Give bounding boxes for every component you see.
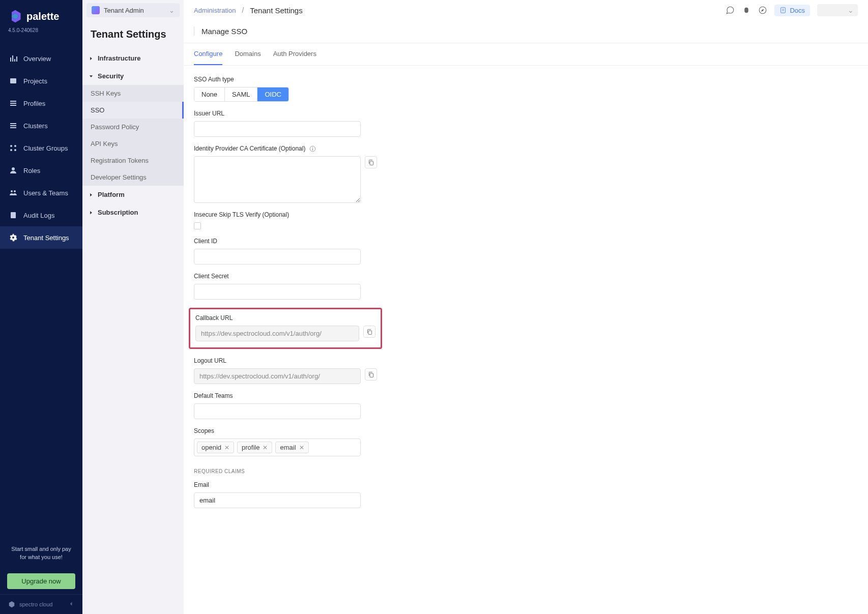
tab-configure[interactable]: Configure [194, 43, 222, 65]
info-icon[interactable] [309, 145, 316, 152]
field-default-teams: Default Teams [194, 392, 858, 419]
nav-label: Audit Logs [23, 212, 54, 219]
section-subscription[interactable]: Subscription [82, 203, 184, 221]
svg-point-1 [10, 145, 12, 147]
email-input[interactable] [194, 492, 361, 508]
svg-rect-12 [370, 161, 373, 165]
copy-icon [366, 329, 373, 335]
tenant-selector[interactable]: Tenant Admin ⌄ [86, 3, 180, 17]
nav-clusters[interactable]: Clusters [0, 114, 82, 137]
form-area: SSO Auth type None SAML OIDC Issuer URL … [184, 66, 868, 614]
section-security[interactable]: Security [82, 67, 184, 85]
field-email: Email [194, 481, 858, 508]
ca-cert-textarea[interactable] [194, 156, 361, 203]
remove-tag-icon[interactable]: ✕ [263, 444, 268, 451]
scopes-input[interactable]: openid✕ profile✕ email✕ [194, 438, 361, 456]
footer-brand: spectro cloud [0, 594, 82, 614]
tab-auth-providers[interactable]: Auth Providers [273, 43, 316, 65]
ca-cert-label: Identity Provider CA Certificate (Option… [194, 145, 858, 152]
remove-tag-icon[interactable]: ✕ [299, 444, 304, 451]
promo-banner: Start small and only pay for what you us… [0, 538, 82, 568]
copy-callback-button[interactable] [363, 326, 375, 338]
copy-ca-cert-button[interactable] [365, 156, 377, 168]
footer-text: spectro cloud [19, 601, 52, 607]
copy-icon [368, 159, 374, 166]
nav-profiles[interactable]: Profiles [0, 92, 82, 114]
client-secret-input[interactable] [194, 284, 361, 300]
default-teams-input[interactable] [194, 403, 361, 419]
nav-label: Cluster Groups [23, 144, 68, 152]
nav-label: Clusters [23, 122, 48, 130]
tab-domains[interactable]: Domains [235, 43, 261, 65]
audit-icon [9, 211, 17, 219]
auth-type-saml[interactable]: SAML [225, 87, 257, 101]
scope-tag: email✕ [275, 442, 308, 453]
collapse-sidebar-icon[interactable] [68, 601, 74, 608]
remove-tag-icon[interactable]: ✕ [224, 444, 229, 451]
subitem-developer-settings[interactable]: Developer Settings [82, 169, 184, 186]
brand-logo: palette [0, 0, 82, 27]
subitem-api-keys[interactable]: API Keys [82, 135, 184, 152]
nav-audit-logs[interactable]: Audit Logs [0, 204, 82, 226]
spectro-icon [8, 601, 15, 608]
field-logout-url: Logout URL [194, 357, 858, 384]
nav-overview[interactable]: Overview [0, 47, 82, 70]
nav-projects[interactable]: Projects [0, 70, 82, 92]
users-icon [9, 189, 17, 197]
copy-icon [368, 371, 374, 378]
nav-users-teams[interactable]: Users & Teams [0, 182, 82, 204]
section-label: Platform [98, 191, 125, 198]
client-id-input[interactable] [194, 249, 361, 265]
insecure-skip-label: Insecure Skip TLS Verify (Optional) [194, 211, 858, 218]
nav-label: Overview [23, 55, 51, 63]
chevron-right-icon [89, 192, 94, 197]
nav-label: Projects [23, 77, 47, 85]
gear-icon [9, 233, 17, 242]
compass-icon[interactable] [758, 6, 767, 15]
svg-rect-0 [10, 78, 16, 83]
section-infrastructure[interactable]: Infrastructure [82, 49, 184, 67]
settings-title: Tenant Settings [82, 20, 184, 49]
auth-type-oidc[interactable]: OIDC [257, 87, 288, 101]
issuer-url-input[interactable] [194, 121, 361, 137]
chevron-right-icon [89, 56, 94, 61]
copy-logout-button[interactable] [365, 368, 377, 381]
main-sidebar: palette 4.5.0-240628 Overview Projects P… [0, 0, 82, 614]
insecure-skip-checkbox[interactable] [194, 222, 201, 229]
upgrade-button[interactable]: Upgrade now [7, 573, 75, 589]
field-ca-cert: Identity Provider CA Certificate (Option… [194, 145, 858, 203]
breadcrumb-current: Tenant Settings [250, 6, 302, 15]
callback-url-input[interactable] [195, 326, 359, 341]
subitem-sso[interactable]: SSO [82, 102, 184, 119]
version-label: 4.5.0-240628 [0, 27, 82, 41]
callback-url-label: Callback URL [195, 314, 375, 321]
subitem-ssh-keys[interactable]: SSH Keys [82, 85, 184, 102]
clusters-icon [9, 122, 17, 130]
svg-rect-14 [370, 373, 373, 377]
breadcrumb-root[interactable]: Administration [194, 7, 236, 14]
docs-label: Docs [790, 7, 805, 14]
user-menu[interactable]: ⌄ [817, 4, 858, 16]
auth-type-none[interactable]: None [194, 87, 225, 101]
subitem-password-policy[interactable]: Password Policy [82, 119, 184, 135]
section-platform[interactable]: Platform [82, 186, 184, 203]
nav-cluster-groups[interactable]: Cluster Groups [0, 137, 82, 159]
auth-type-group: None SAML OIDC [194, 87, 289, 102]
required-claims-heading: REQUIRED CLAIMS [194, 469, 858, 474]
logout-url-input[interactable] [194, 368, 361, 384]
header-divider [194, 26, 194, 36]
bug-icon[interactable] [742, 6, 751, 15]
nav-tenant-settings[interactable]: Tenant Settings [0, 226, 82, 249]
page-subtitle: Manage SSO [201, 27, 247, 36]
section-label: Security [98, 72, 124, 80]
svg-point-6 [11, 190, 13, 192]
chevron-down-icon: ⌄ [169, 7, 175, 14]
logout-url-label: Logout URL [194, 357, 858, 364]
docs-button[interactable]: Docs [774, 5, 810, 16]
svg-rect-13 [368, 331, 372, 334]
nav-roles[interactable]: Roles [0, 159, 82, 182]
subitem-registration-tokens[interactable]: Registration Tokens [82, 152, 184, 169]
section-label: Infrastructure [98, 54, 141, 62]
svg-rect-8 [11, 212, 16, 218]
chat-icon[interactable] [726, 6, 735, 15]
